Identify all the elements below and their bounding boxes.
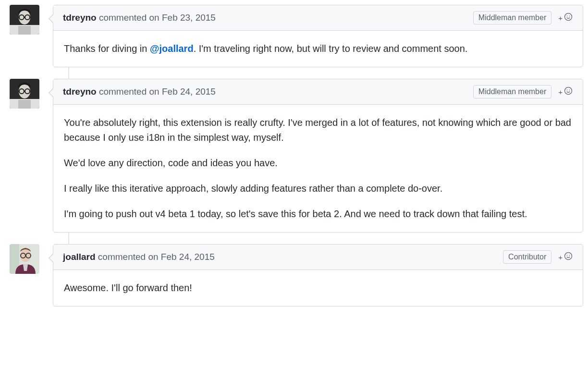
smiley-icon — [564, 86, 573, 98]
add-reaction-button[interactable]: + — [558, 251, 573, 263]
comment-text: We'd love any direction, code and ideas … — [64, 158, 278, 168]
comment-text: I really like this iterative approach, s… — [64, 183, 442, 194]
comment-author[interactable]: joallard — [63, 252, 96, 262]
comment-date-prefix: on — [148, 252, 158, 262]
user-avatar[interactable] — [10, 244, 39, 274]
user-avatar[interactable] — [10, 79, 39, 109]
svg-point-27 — [567, 255, 568, 256]
smiley-icon — [564, 12, 573, 24]
comment-text: I'm going to push out v4 beta 1 today, s… — [64, 209, 527, 219]
comment-header: tdreyno commented on Feb 24, 2015Middlem… — [53, 79, 583, 105]
commented-label: commented — [98, 252, 146, 262]
svg-point-18 — [567, 90, 568, 91]
comment-date[interactable]: Feb 24, 2015 — [162, 86, 216, 97]
comment-date[interactable]: Feb 24, 2015 — [161, 252, 215, 262]
comment-timeline: tdreyno commented on Feb 23, 2015Middlem… — [5, 5, 583, 307]
comment-header-meta: joallard commented on Feb 24, 2015 — [63, 252, 215, 262]
user-mention[interactable]: @joallard — [150, 43, 194, 54]
comment-header-actions: Middleman member+ — [473, 85, 573, 98]
svg-point-19 — [569, 90, 570, 91]
smiley-icon — [564, 251, 573, 263]
comment-date-prefix: on — [149, 12, 159, 23]
plus-icon: + — [558, 254, 563, 261]
commented-label: commented — [99, 86, 147, 97]
comment-header-actions: Middleman member+ — [473, 11, 573, 25]
comment-date[interactable]: Feb 23, 2015 — [162, 12, 216, 23]
comment-bubble: tdreyno commented on Feb 23, 2015Middlem… — [53, 5, 583, 67]
comment-body: Thanks for diving in @joallard. I'm trav… — [53, 31, 583, 67]
comment-paragraph: I really like this iterative approach, s… — [64, 181, 572, 196]
comment-header: joallard commented on Feb 24, 2015Contri… — [53, 245, 583, 270]
add-reaction-button[interactable]: + — [558, 86, 573, 98]
comment-header-meta: tdreyno commented on Feb 23, 2015 — [63, 12, 216, 23]
svg-point-9 — [569, 16, 570, 17]
plus-icon: + — [558, 14, 563, 22]
comment-header-meta: tdreyno commented on Feb 24, 2015 — [63, 86, 216, 97]
user-avatar[interactable] — [10, 5, 39, 35]
comment-paragraph: Awesome. I'll go forward then! — [64, 281, 572, 295]
comment-paragraph: Thanks for diving in @joallard. I'm trav… — [64, 41, 572, 56]
comment-header-actions: Contributor+ — [503, 250, 573, 264]
comment-paragraph: You're absolutely right, this extension … — [64, 115, 572, 145]
svg-point-28 — [569, 255, 570, 256]
comment-body: Awesome. I'll go forward then! — [53, 270, 583, 306]
comment-text: Awesome. I'll go forward then! — [64, 282, 192, 293]
svg-point-7 — [565, 13, 572, 21]
comment-bubble: tdreyno commented on Feb 24, 2015Middlem… — [53, 79, 583, 233]
svg-point-26 — [565, 253, 572, 260]
role-badge: Contributor — [503, 250, 551, 264]
comment-body: You're absolutely right, this extension … — [53, 105, 583, 232]
svg-point-17 — [565, 87, 572, 95]
comment-paragraph: I'm going to push out v4 beta 1 today, s… — [64, 207, 572, 221]
comment-block: tdreyno commented on Feb 24, 2015Middlem… — [53, 79, 583, 233]
comment-text: Thanks for diving in — [64, 43, 150, 54]
comment-author[interactable]: tdreyno — [63, 86, 97, 97]
add-reaction-button[interactable]: + — [558, 12, 573, 24]
comment-paragraph: We'd love any direction, code and ideas … — [64, 156, 572, 171]
comment-header: tdreyno commented on Feb 23, 2015Middlem… — [53, 5, 583, 31]
plus-icon: + — [558, 88, 563, 96]
role-badge: Middleman member — [473, 85, 551, 98]
comment-block: tdreyno commented on Feb 23, 2015Middlem… — [53, 5, 583, 67]
comment-bubble: joallard commented on Feb 24, 2015Contri… — [53, 244, 583, 307]
svg-point-8 — [567, 16, 568, 17]
comment-block: joallard commented on Feb 24, 2015Contri… — [53, 244, 583, 307]
commented-label: commented — [99, 12, 147, 23]
comment-date-prefix: on — [149, 86, 159, 97]
comment-text: . I'm traveling right now, but will try … — [194, 43, 468, 54]
svg-rect-16 — [18, 100, 31, 109]
comment-author[interactable]: tdreyno — [63, 12, 97, 23]
role-badge: Middleman member — [473, 11, 551, 25]
comment-text: You're absolutely right, this extension … — [64, 117, 571, 143]
svg-rect-6 — [18, 26, 31, 35]
